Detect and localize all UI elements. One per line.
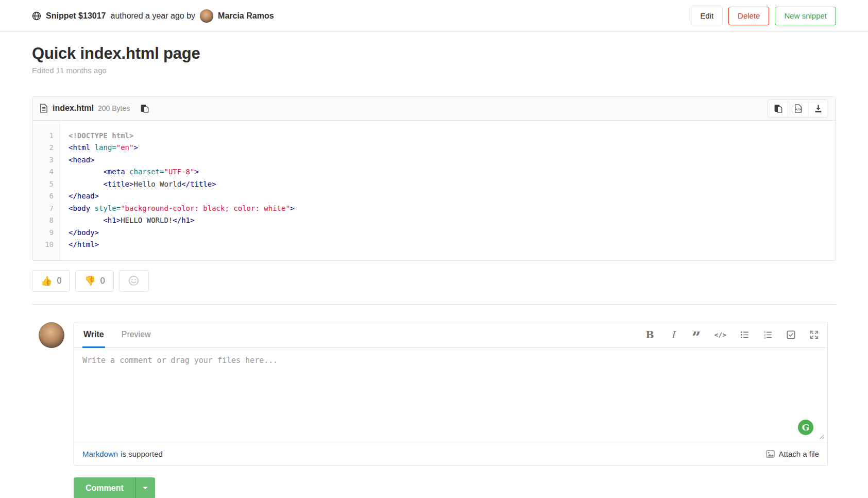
add-award-emoji-button[interactable] <box>119 270 149 292</box>
author-name[interactable]: Marcia Ramos <box>218 11 274 21</box>
code-line: <html lang="en"> <box>69 142 836 154</box>
file-name: index.html <box>53 104 94 113</box>
comment-form-footer: Markdown is supported Attach a file <box>74 442 827 466</box>
grammarly-icon[interactable]: G <box>798 420 813 435</box>
chevron-down-icon <box>143 487 148 489</box>
comment-form: Write Preview B I ” </> <box>74 322 828 466</box>
thumbs-up-button[interactable]: 👍 0 <box>32 270 70 292</box>
file-actions-group: </> <box>768 99 828 118</box>
download-icon[interactable] <box>808 99 828 118</box>
line-number[interactable]: 9 <box>32 227 54 239</box>
snippet-page: Quick index.html page Edited 11 months a… <box>0 44 868 498</box>
code-line: <title>Hello World</title> <box>69 178 836 191</box>
thumbs-down-count: 0 <box>100 276 105 286</box>
line-number[interactable]: 4 <box>32 166 54 178</box>
editor-tabs: Write Preview <box>82 322 152 347</box>
italic-icon[interactable]: I <box>668 327 678 342</box>
file-header: index.html 200 Bytes < <box>32 97 836 121</box>
code-block: 12345678910 <!DOCTYPE html><html lang="e… <box>32 121 836 260</box>
snippet-id: Snippet $13017 <box>46 11 106 21</box>
code-line: <head> <box>69 154 836 167</box>
copy-contents-icon[interactable] <box>768 99 788 118</box>
markdown-toolbar: B I ” </> 1 <box>645 322 819 347</box>
thumbs-down-icon: 👎 <box>84 276 95 286</box>
resize-handle-icon[interactable] <box>818 433 825 440</box>
smiley-icon <box>128 275 139 286</box>
thumbs-up-count: 0 <box>57 276 61 286</box>
globe-icon <box>32 11 41 21</box>
task-list-icon[interactable] <box>786 327 796 342</box>
open-raw-icon[interactable]: </> <box>788 99 808 118</box>
comment-submit-row: Comment <box>74 477 836 498</box>
quote-icon[interactable]: ” <box>691 327 702 342</box>
line-number[interactable]: 8 <box>32 214 54 227</box>
new-snippet-button[interactable]: New snippet <box>775 7 836 25</box>
thumbs-down-button[interactable]: 👎 0 <box>75 270 113 292</box>
fullscreen-icon[interactable] <box>809 327 819 342</box>
current-user-avatar <box>39 322 64 348</box>
attach-file-label: Attach a file <box>779 450 819 458</box>
attach-file-button[interactable]: Attach a file <box>766 450 819 458</box>
markdown-supported-text: is supported <box>121 450 163 458</box>
markdown-link[interactable]: Markdown <box>82 450 118 458</box>
file-card: index.html 200 Bytes < <box>32 96 836 261</box>
code-line: <!DOCTYPE html> <box>69 130 836 142</box>
line-number[interactable]: 5 <box>32 178 54 191</box>
code-icon[interactable]: </> <box>714 327 726 342</box>
delete-button[interactable]: Delete <box>728 7 769 25</box>
code-gutter: 12345678910 <box>32 121 60 260</box>
code-lines: <!DOCTYPE html><html lang="en"><head> <m… <box>60 121 836 260</box>
authored-text: authored a year ago by <box>111 11 196 21</box>
line-number[interactable]: 1 <box>32 130 54 142</box>
comment-button[interactable]: Comment <box>74 477 135 498</box>
snippet-topbar: Snippet $13017 authored a year ago by Ma… <box>0 0 868 32</box>
line-number[interactable]: 6 <box>32 190 54 203</box>
bullet-list-icon[interactable] <box>739 327 750 342</box>
code-line: <h1>HELLO WORLD!</h1> <box>69 214 836 227</box>
tab-write[interactable]: Write <box>82 322 105 347</box>
snippet-meta: Snippet $13017 authored a year ago by Ma… <box>32 9 691 23</box>
code-line: <meta charset="UTF-8"> <box>69 166 836 178</box>
comment-input[interactable] <box>74 348 827 442</box>
page-title: Quick index.html page <box>32 44 836 63</box>
comment-dropdown-toggle[interactable] <box>135 477 155 498</box>
code-line: </head> <box>69 190 836 203</box>
comment-section: Write Preview B I ” </> <box>32 322 836 466</box>
copy-file-path-button[interactable] <box>140 104 149 113</box>
tab-preview[interactable]: Preview <box>121 322 152 347</box>
comment-editor-body: G <box>74 348 827 442</box>
file-size: 200 Bytes <box>98 104 130 112</box>
code-line: <body style="background-color: black; co… <box>69 203 836 215</box>
award-emoji-row: 👍 0 👎 0 <box>32 270 836 292</box>
edit-button[interactable]: Edit <box>691 7 723 25</box>
line-number[interactable]: 2 <box>32 142 54 154</box>
snippet-actions: Edit Delete New snippet <box>691 7 836 25</box>
bold-icon[interactable]: B <box>645 327 655 342</box>
file-icon <box>40 104 48 113</box>
line-number[interactable]: 10 <box>32 239 54 251</box>
author-avatar[interactable] <box>200 9 213 23</box>
image-icon <box>766 450 775 458</box>
svg-text:3: 3 <box>764 336 766 339</box>
line-number[interactable]: 7 <box>32 203 54 215</box>
comment-split-button: Comment <box>74 477 155 498</box>
section-divider <box>32 304 836 305</box>
code-line: </html> <box>69 239 836 251</box>
line-number[interactable]: 3 <box>32 154 54 167</box>
thumbs-up-icon: 👍 <box>41 276 52 286</box>
code-line: </body> <box>69 227 836 239</box>
svg-text:</>: </> <box>795 107 801 111</box>
comment-form-header: Write Preview B I ” </> <box>74 322 827 348</box>
edited-timestamp: Edited 11 months ago <box>32 66 836 75</box>
numbered-list-icon[interactable]: 1 2 3 <box>762 327 773 342</box>
